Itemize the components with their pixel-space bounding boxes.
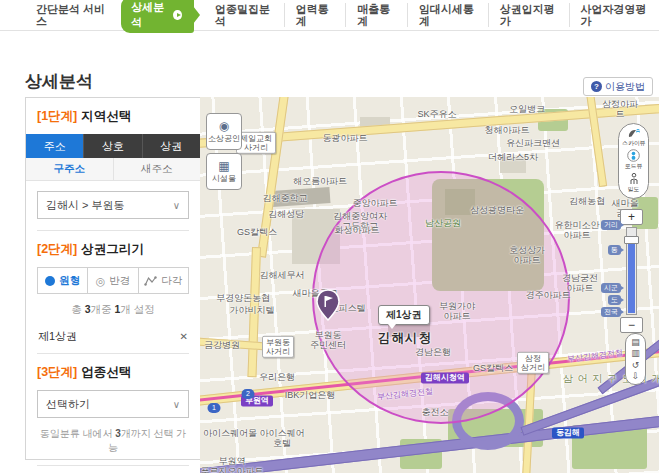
remove-area-icon[interactable]: ✕ xyxy=(180,331,188,342)
merchant-layer-button[interactable]: ◉ 소상공인 xyxy=(206,113,242,150)
map-label: 경남은행 xyxy=(415,347,451,357)
zoom-slider-handle[interactable] xyxy=(624,236,639,244)
ring-icon: ◎ xyxy=(96,276,106,286)
nav-business-age-stats[interactable]: 업력통계 xyxy=(284,3,346,27)
density-button[interactable]: 밀도 xyxy=(627,173,640,194)
map-label: SK주유소 xyxy=(417,109,456,119)
map-label: GS칼텍스 xyxy=(473,363,513,373)
question-icon: ? xyxy=(591,81,602,92)
tab-trade-area[interactable]: 상권 xyxy=(142,134,200,158)
skyview-button[interactable]: 스카이뷰 xyxy=(621,128,647,148)
density-icon xyxy=(629,173,639,185)
map-label: 김해농협 xyxy=(569,196,605,206)
skyview-label: 스카이뷰 xyxy=(622,139,645,147)
analysis-panel: [1단계]지역선택 주소 상호 상권 구주소 새주소 김해시 > 부원동 ∨ [… xyxy=(25,97,201,460)
step3-badge: [3단계] xyxy=(37,365,77,379)
map-label: 김해성당 xyxy=(268,209,304,219)
chevron-down-icon: ∨ xyxy=(173,200,180,211)
map-tool-pill: ▤▥↺⇩ xyxy=(625,333,646,385)
map-label: 삼정 삼거리 xyxy=(517,352,549,374)
merchant-layer-label: 소상공인 xyxy=(208,133,240,144)
trade-area-map-label: 제1상권 xyxy=(378,305,430,325)
map-type-icon[interactable]: ▤ xyxy=(631,337,640,347)
subtab-old-address[interactable]: 구주소 xyxy=(26,158,113,180)
nav-rent-stats[interactable]: 임대시세통계 xyxy=(407,3,488,27)
map-label: 아이스퀘어몰 xyxy=(203,428,257,438)
map-label: 남산공원 xyxy=(425,218,461,228)
map-label: 부원동 사거리 xyxy=(262,336,294,358)
map-label: 호성상가 아파트 xyxy=(509,245,545,266)
map-label: 동김해 xyxy=(552,427,584,438)
help-button-label: 이용방법 xyxy=(605,80,645,94)
roadview-button[interactable]: 로드뷰 xyxy=(624,149,644,171)
map-label: 금강병원 xyxy=(204,340,240,350)
map-label: 경남궁전 아파트 xyxy=(562,273,598,294)
zoom-slider-fill xyxy=(628,244,635,313)
detail-analysis-arrow-icon xyxy=(173,10,182,20)
step1-heading: [1단계]지역선택 xyxy=(37,108,189,125)
step2-badge: [2단계] xyxy=(37,242,77,256)
map-label: 부원역 푸르지오아파트 xyxy=(201,456,264,473)
industry-select[interactable]: 선택하기 ∨ xyxy=(37,390,189,418)
nav-business-evaluation[interactable]: 사업자경영평가 xyxy=(569,3,659,27)
nav-detail-analysis[interactable]: 상세분석 xyxy=(121,0,194,33)
map-canvas[interactable]: 동광아파트해오름아파트김해성당김해중앙여자 고등학교김해중학교오일뱅크삼정아파트… xyxy=(200,97,659,473)
map-label: 유한미소안 아파트 xyxy=(555,220,600,241)
skyview-icon xyxy=(627,128,641,139)
shape-polygon-button[interactable]: 다각 xyxy=(138,268,188,293)
shape-circle-button[interactable]: 원형 xyxy=(38,268,87,293)
map-label: 부경양돈농협 xyxy=(216,293,270,303)
industry-select-value: 선택하기 xyxy=(46,397,90,412)
step3-section: [3단계]업종선택 선택하기 ∨ 동일분류 내에서 3개까지 선택 가능 xyxy=(26,354,200,466)
nav-location-evaluation[interactable]: 상권입지평가 xyxy=(488,3,569,27)
panel-buttons: 초기화 분석하기 xyxy=(26,466,200,473)
filled-circle-icon xyxy=(45,276,55,286)
map-label: 충전소 xyxy=(422,407,449,417)
step1-badge: [1단계] xyxy=(37,109,77,123)
area-count-text: 총 3개중 1개 설정 xyxy=(37,303,189,317)
undo-icon[interactable]: ↺ xyxy=(632,360,640,370)
merchant-icon: ◉ xyxy=(219,120,229,132)
map-label: 부산김해경전철 xyxy=(377,387,434,402)
map-view-controls: 스카이뷰 로드뷰 밀도 xyxy=(618,123,649,199)
region-select-section: 김해시 > 부원동 ∨ xyxy=(26,181,200,231)
map-label: 김해세무서 xyxy=(260,270,305,280)
measure-icon[interactable]: ▥ xyxy=(631,348,640,358)
nav-density-analysis[interactable]: 업종밀집분석 xyxy=(204,3,284,27)
top-navigation: 간단분석 서비스 상세분석 업종밀집분석 업력통계 매출통계 임대시세통계 상권… xyxy=(0,0,659,31)
map-label: 경주아파트 xyxy=(526,290,571,300)
facility-icon: ▦ xyxy=(218,160,229,172)
tab-address[interactable]: 주소 xyxy=(26,134,83,158)
map-label: 더헤라스5차 xyxy=(488,152,538,162)
zoom-out-button[interactable]: − xyxy=(620,317,643,333)
map-label: 김해시청 xyxy=(378,331,432,345)
region-select[interactable]: 김해시 > 부원동 ∨ xyxy=(37,191,189,219)
map-label: 제일교회 사거리 xyxy=(236,132,276,154)
zoom-in-button[interactable]: + xyxy=(620,209,643,225)
page-title: 상세분석 xyxy=(25,70,93,93)
map-label: 아이스퀘어 호텔 xyxy=(260,428,305,449)
subtab-new-address[interactable]: 새주소 xyxy=(113,158,201,180)
map-label: IBK기업은행 xyxy=(285,390,336,400)
zoom-slider[interactable] xyxy=(626,227,637,315)
map-label: 부원역 xyxy=(241,395,273,406)
page: 간단분석 서비스 상세분석 업종밀집분석 업력통계 매출통계 임대시세통계 상권… xyxy=(0,0,659,473)
nav-simple-analysis[interactable]: 간단분석 서비스 xyxy=(25,3,117,27)
nav-sales-stats[interactable]: 매출통계 xyxy=(345,3,407,27)
trade-area-name: 제1상권 xyxy=(38,329,77,344)
map-label: 화성아파트 xyxy=(335,225,380,235)
map-label: 부원가야 아파트 xyxy=(439,301,475,322)
tab-store-name[interactable]: 상호 xyxy=(83,134,141,158)
density-label: 밀도 xyxy=(628,186,640,194)
help-button[interactable]: ? 이용방법 xyxy=(583,77,653,96)
facility-layer-button[interactable]: ▦ 시설물 xyxy=(206,153,242,190)
download-icon[interactable]: ⇩ xyxy=(632,371,640,381)
map-label: 2 xyxy=(242,389,255,399)
trade-area-row: 제1상권 ✕ xyxy=(37,324,189,353)
map-label: 오일뱅크 xyxy=(509,104,545,114)
map-label: 김해중앙여자 고등학교 xyxy=(333,211,387,232)
map-labels-layer: 동광아파트해오름아파트김해성당김해중앙여자 고등학교김해중학교오일뱅크삼정아파트… xyxy=(200,97,659,473)
map-layer-controls: ◉ 소상공인 ▦ 시설물 xyxy=(206,113,242,193)
shape-radius-button[interactable]: ◎ 반경 xyxy=(87,268,137,293)
location-pin-icon[interactable] xyxy=(316,289,340,321)
